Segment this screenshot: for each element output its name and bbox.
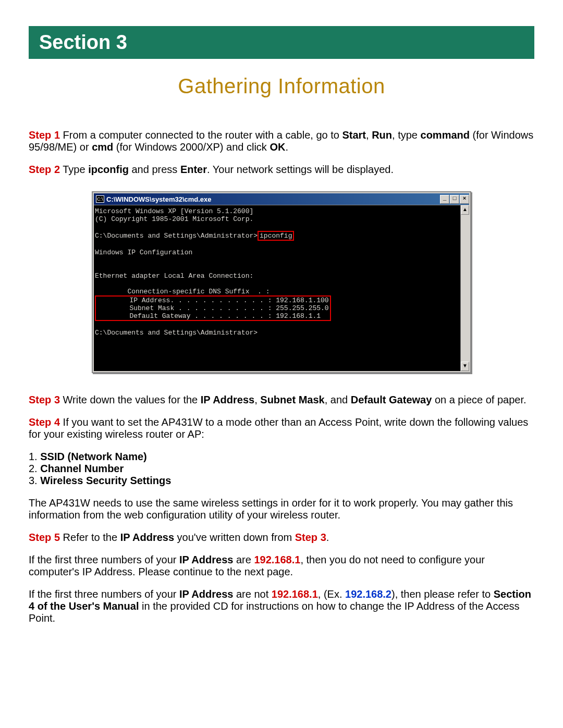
- network-info-highlight: IP Address. . . . . . . . . . . . : 192.…: [95, 295, 331, 321]
- section-banner: Section 3: [29, 26, 534, 59]
- cmd-scrollbar[interactable]: ▲ ▼: [460, 205, 469, 371]
- step1: Step 1 From a computer connected to the …: [29, 129, 534, 153]
- page-title: Gathering Information: [29, 75, 534, 98]
- step2: Step 2 Type ipconfig and press Enter. Yo…: [29, 164, 534, 176]
- step4-label: Step 4: [29, 416, 60, 428]
- step1-label: Step 1: [29, 129, 60, 141]
- para-if-match: If the first three numbers of your IP Ad…: [29, 554, 534, 578]
- close-button[interactable]: ×: [460, 195, 469, 204]
- settings-list: 1. SSID (Network Name) 2. Channel Number…: [29, 451, 534, 487]
- step5: Step 5 Refer to the IP Address you've wr…: [29, 532, 534, 544]
- maximize-button[interactable]: □: [450, 195, 459, 204]
- step5-label: Step 5: [29, 532, 60, 543]
- cmd-title: C:\WINDOWS\system32\cmd.exe: [106, 195, 439, 203]
- cmd-window: C:\ C:\WINDOWS\system32\cmd.exe _ □ × Mi…: [92, 191, 471, 373]
- ipconfig-highlight: ipconfig: [258, 231, 294, 241]
- cmd-body: Microsoft Windows XP [Version 5.1.2600] …: [94, 205, 469, 371]
- cmd-titlebar: C:\ C:\WINDOWS\system32\cmd.exe _ □ ×: [94, 193, 469, 205]
- step4-para2: The AP431W needs to use the same wireles…: [29, 497, 534, 521]
- step2-label: Step 2: [29, 164, 60, 175]
- step3-label: Step 3: [29, 394, 60, 405]
- step4: Step 4 If you want to set the AP431W to …: [29, 416, 534, 440]
- scroll-track[interactable]: [461, 215, 469, 362]
- scroll-down-button[interactable]: ▼: [461, 362, 469, 371]
- step3: Step 3 Write down the values for the IP …: [29, 394, 534, 406]
- scroll-up-button[interactable]: ▲: [461, 205, 469, 215]
- cmd-icon: C:\: [96, 195, 104, 203]
- minimize-button[interactable]: _: [440, 195, 449, 204]
- para-if-no-match: If the first three numbers of your IP Ad…: [29, 588, 534, 624]
